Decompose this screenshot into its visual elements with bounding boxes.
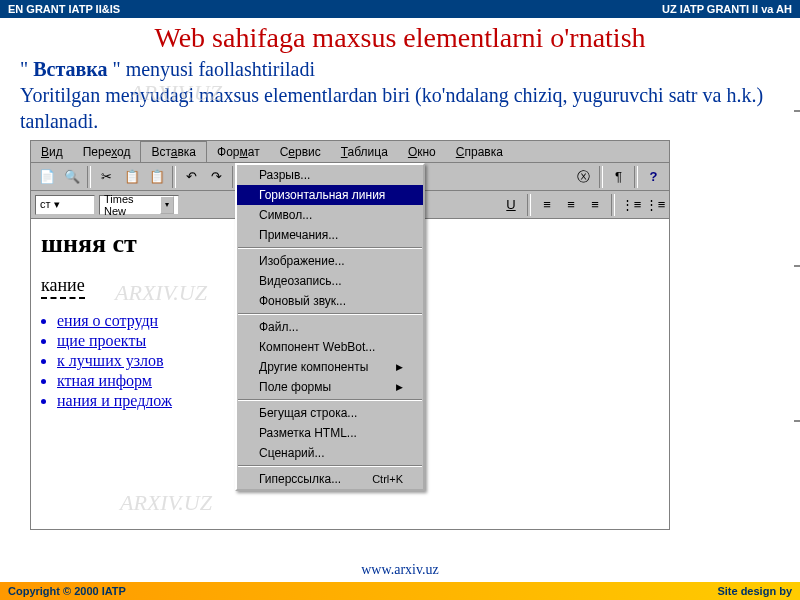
align-center-icon[interactable]: ≡ xyxy=(561,195,581,215)
menu-item[interactable]: Горизонтальная линия xyxy=(237,185,423,205)
paste-icon[interactable]: 📋 xyxy=(145,166,168,188)
menu-table[interactable]: Таблица xyxy=(331,142,398,162)
menu-separator xyxy=(238,465,422,467)
shortcut-label: Ctrl+K xyxy=(372,473,403,485)
insert-dropdown: Разрыв...Горизонтальная линияСимвол...Пр… xyxy=(235,163,425,491)
print-icon[interactable]: 📄 xyxy=(35,166,58,188)
paragraph-icon[interactable]: ¶ xyxy=(607,166,630,188)
menu-separator xyxy=(238,399,422,401)
chevron-right-icon: ▶ xyxy=(396,382,403,392)
menu-separator xyxy=(238,313,422,315)
menu-item-label: Видеозапись... xyxy=(259,274,342,288)
stop-icon[interactable]: ⓧ xyxy=(572,166,595,188)
top-bar-right: UZ IATP GRANTI II va AH xyxy=(662,3,792,15)
tick xyxy=(794,265,800,267)
menu-view[interactable]: Вид xyxy=(31,142,73,162)
separator xyxy=(599,166,603,188)
menu-item[interactable]: Разрыв... xyxy=(237,165,423,185)
menubar: Вид Переход Вставка Формат Сервис Таблиц… xyxy=(31,141,669,163)
menu-item-label: Компонент WebBot... xyxy=(259,340,375,354)
top-bar: EN GRANT IATP II&IS UZ IATP GRANTI II va… xyxy=(0,0,800,18)
url-text: www.arxiv.uz xyxy=(361,562,439,578)
align-right-icon[interactable]: ≡ xyxy=(585,195,605,215)
menu-item-label: Символ... xyxy=(259,208,312,222)
style-combo[interactable]: ст ▾ xyxy=(35,195,95,215)
menu-item-label: Примечания... xyxy=(259,228,338,242)
menu-item-label: Изображение... xyxy=(259,254,345,268)
menu-insert[interactable]: Вставка xyxy=(140,141,207,162)
menu-item[interactable]: Фоновый звук... xyxy=(237,291,423,311)
preview-icon[interactable]: 🔍 xyxy=(60,166,83,188)
undo-icon[interactable]: ↶ xyxy=(180,166,203,188)
subtitle: " Вставка " menyusi faollashtiriladi Yor… xyxy=(0,56,800,134)
cut-icon[interactable]: ✂ xyxy=(95,166,118,188)
subtitle-prefix: " xyxy=(20,58,33,80)
menu-item[interactable]: Изображение... xyxy=(237,251,423,271)
menu-tools[interactable]: Сервис xyxy=(270,142,331,162)
menu-help[interactable]: Справка xyxy=(446,142,513,162)
menu-item[interactable]: Сценарий... xyxy=(237,443,423,463)
subtitle-rest1: " menyusi faollashtiriladi xyxy=(107,58,315,80)
separator xyxy=(634,166,638,188)
page-subheading: кание xyxy=(41,275,85,299)
menu-item-label: Поле формы xyxy=(259,380,331,394)
menu-item[interactable]: Файл... xyxy=(237,317,423,337)
menu-item[interactable]: Видеозапись... xyxy=(237,271,423,291)
menu-item-label: Фоновый звук... xyxy=(259,294,346,308)
insert-word: Вставка xyxy=(33,58,107,80)
redo-icon[interactable]: ↷ xyxy=(205,166,228,188)
subtitle-line2: Yoritilgan menyudagi maxsus elementlarda… xyxy=(20,84,763,132)
font-combo[interactable]: Times New▾ xyxy=(99,195,179,215)
menu-goto[interactable]: Переход xyxy=(73,142,141,162)
align-left-icon[interactable]: ≡ xyxy=(537,195,557,215)
menu-item-label: Сценарий... xyxy=(259,446,324,460)
menu-item-label: Другие компоненты xyxy=(259,360,368,374)
menu-item[interactable]: Символ... xyxy=(237,205,423,225)
menu-item[interactable]: Гиперссылка...Ctrl+K xyxy=(237,469,423,489)
app-screenshot: Вид Переход Вставка Формат Сервис Таблиц… xyxy=(30,140,670,530)
menu-item[interactable]: Другие компоненты▶ xyxy=(237,357,423,377)
menu-item[interactable]: Компонент WebBot... xyxy=(237,337,423,357)
tick xyxy=(794,420,800,422)
menu-format[interactable]: Формат xyxy=(207,142,270,162)
separator xyxy=(611,194,615,216)
site-design: Site design by xyxy=(717,585,792,597)
bottom-bar: Copyright © 2000 IATP Site design by xyxy=(0,582,800,600)
menu-item[interactable]: Бегущая строка... xyxy=(237,403,423,423)
menu-item-label: Гиперссылка... xyxy=(259,472,341,486)
top-bar-left: EN GRANT IATP II&IS xyxy=(8,3,120,15)
menu-item[interactable]: Разметка HTML... xyxy=(237,423,423,443)
menu-item[interactable]: Примечания... xyxy=(237,225,423,245)
underline-icon[interactable]: U xyxy=(501,195,521,215)
chevron-right-icon: ▶ xyxy=(396,362,403,372)
numbered-list-icon[interactable]: ⋮≡ xyxy=(621,195,641,215)
page-title: Web sahifaga maxsus elementlarni o'rnati… xyxy=(0,18,800,56)
tick xyxy=(794,110,800,112)
separator xyxy=(87,166,91,188)
menu-item-label: Файл... xyxy=(259,320,299,334)
menu-window[interactable]: Окно xyxy=(398,142,446,162)
separator xyxy=(527,194,531,216)
help-icon[interactable]: ? xyxy=(642,166,665,188)
menu-item-label: Бегущая строка... xyxy=(259,406,357,420)
copyright: Copyright © 2000 IATP xyxy=(8,585,126,597)
separator xyxy=(172,166,176,188)
copy-icon[interactable]: 📋 xyxy=(120,166,143,188)
bullet-list-icon[interactable]: ⋮≡ xyxy=(645,195,665,215)
menu-item-label: Разметка HTML... xyxy=(259,426,357,440)
menu-separator xyxy=(238,247,422,249)
menu-item-label: Разрыв... xyxy=(259,168,310,182)
menu-item-label: Горизонтальная линия xyxy=(259,188,385,202)
menu-item[interactable]: Поле формы▶ xyxy=(237,377,423,397)
